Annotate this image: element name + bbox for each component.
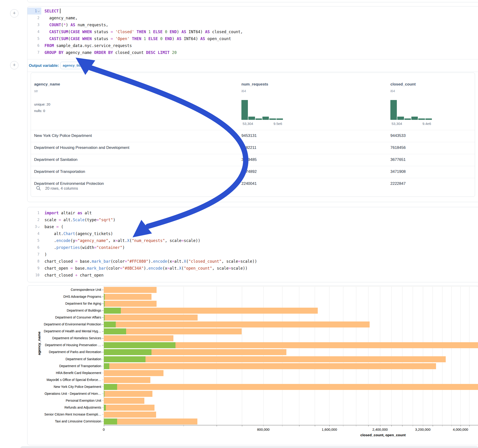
- column-header-closed-count[interactable]: closed_count: [390, 82, 416, 87]
- y-axis-tick: [102, 352, 104, 352]
- code-line[interactable]: 9chart_open = base.mark_bar(color="#8BC3…: [27, 265, 478, 272]
- chevron-down-icon[interactable]: [38, 10, 39, 12]
- code-line[interactable]: 1SELECT: [27, 8, 478, 14]
- line-number: 6: [27, 244, 41, 251]
- cell-num-requests: 9453131: [241, 133, 257, 138]
- code-line[interactable]: 3 COUNT(*) AS num_requests,: [27, 21, 478, 28]
- gridline: [216, 286, 217, 425]
- gridline: [356, 286, 356, 425]
- code-text: alt.Chart(agency_tickets): [41, 230, 478, 237]
- y-axis-label: Department of Sanitation: [29, 357, 101, 361]
- cell-num-requests: 3749485: [241, 157, 257, 162]
- y-axis-tick: [102, 345, 104, 345]
- histogram-min-label: 53,304: [391, 122, 402, 126]
- y-axis-label: Department of Environmental Protection: [29, 322, 101, 326]
- bar-open-count: [104, 301, 105, 307]
- histogram-max-label: 9.4e6: [422, 122, 431, 126]
- line-number: 7: [27, 49, 41, 56]
- y-axis-tick: [102, 380, 104, 380]
- y-axis-tick: [102, 304, 104, 304]
- histogram-bar: [390, 100, 397, 120]
- gridline: [263, 286, 264, 425]
- cell-divider: [27, 59, 478, 59]
- table-row[interactable]: Department of Transportation377489234719…: [31, 166, 475, 178]
- line-number: 6: [27, 42, 41, 49]
- code-line[interactable]: 8chart_closed = base.mark_bar(color="#FF…: [27, 258, 478, 265]
- gridline: [329, 286, 329, 425]
- bar-closed-count: [104, 287, 157, 293]
- y-axis-tick: [102, 297, 104, 297]
- output-variable-input[interactable]: agency_tickets: [60, 62, 89, 69]
- bar-open-count: [104, 391, 104, 397]
- cell-agency-name: Department of Transportation: [34, 169, 85, 174]
- table-row[interactable]: Department of Housing Preservation and D…: [31, 142, 475, 154]
- bar-closed-count: [104, 335, 173, 341]
- gridline: [391, 286, 391, 425]
- y-axis-label: Department of Transportation: [29, 364, 101, 368]
- code-line[interactable]: 1import altair as alt: [27, 210, 478, 216]
- bar-open-count: [104, 328, 126, 334]
- code-text: import altair as alt: [41, 210, 478, 216]
- code-line[interactable]: 10chart_closed + chart_open: [27, 272, 478, 279]
- bar-closed-count: [104, 315, 198, 321]
- gridline: [413, 286, 413, 425]
- code-text: CAST(SUM(CASE WHEN status = 'Closed' THE…: [41, 28, 478, 35]
- column-header-num-requests[interactable]: num_requests: [241, 82, 268, 87]
- x-axis-title: closed_count, open_count: [360, 433, 406, 437]
- code-text: base = (: [41, 223, 478, 230]
- table-row[interactable]: New York City Police Department945313194…: [31, 130, 475, 142]
- gridline: [299, 286, 299, 425]
- y-axis-label: Mayorâ€ s Office of Special Enforce…: [29, 378, 101, 382]
- column-header-agency-name[interactable]: agency_name: [34, 82, 60, 87]
- histogram-bar: [269, 118, 276, 120]
- code-line[interactable]: 4 CAST(SUM(CASE WHEN status = 'Closed' T…: [27, 28, 478, 35]
- code-line[interactable]: 5 CAST(SUM(CASE WHEN status = 'Open' THE…: [27, 35, 478, 42]
- sql-code-editor[interactable]: 1SELECT2 agency_name,3 COUNT(*) AS num_r…: [27, 8, 478, 56]
- code-line[interactable]: 6FROM sample_data.nyc.service_requests: [27, 42, 478, 49]
- search-icon[interactable]: [36, 186, 41, 191]
- line-number: 5: [27, 237, 41, 244]
- gridline: [452, 286, 452, 425]
- bar-open-count: [104, 322, 116, 328]
- y-axis-label: Senior Citizen Rent Increase Exempti…: [29, 412, 101, 416]
- gridline: [469, 286, 470, 425]
- gridline: [423, 286, 423, 425]
- code-line[interactable]: 2 agency_name,: [27, 14, 478, 21]
- bar-open-count: [104, 405, 106, 411]
- line-number: 10: [27, 272, 41, 279]
- code-line[interactable]: 4 alt.Chart(agency_tickets): [27, 230, 478, 237]
- code-line[interactable]: 6 .properties(width="container"): [27, 244, 478, 251]
- add-cell-button-middle[interactable]: +: [10, 61, 19, 69]
- y-axis-label: Taxi and Limousine Commission: [29, 419, 101, 423]
- chevron-down-icon[interactable]: [38, 226, 39, 227]
- table-row[interactable]: Department of Sanitation37494853677651: [31, 154, 475, 166]
- y-axis-label: Department of Buildings: [29, 309, 101, 312]
- x-axis-line: [104, 425, 478, 425]
- python-code-editor[interactable]: 1import altair as alt2scale = alt.Scale(…: [27, 210, 478, 279]
- column-stat-nulls: nulls: 0: [34, 109, 45, 113]
- y-axis-tick: [102, 366, 104, 367]
- cell-num-requests: 7782211: [241, 145, 256, 150]
- table-row[interactable]: Department of Environmental Protection22…: [31, 178, 475, 190]
- bar-closed-count: [104, 412, 156, 417]
- results-table: agency_name str unique: 20 nulls: 0 num_…: [31, 73, 475, 197]
- code-text: chart_open = base.mark_bar(color="#8BC34…: [41, 265, 478, 272]
- plot-top-border: [104, 286, 478, 287]
- y-axis-tick: [102, 311, 104, 311]
- code-text: COUNT(*) AS num_requests,: [41, 21, 478, 28]
- bar-closed-count: [104, 363, 436, 369]
- y-axis-label: Department for the Aging: [29, 302, 101, 305]
- code-line[interactable]: 5 .encode(y="agency_name", x=alt.X("num_…: [27, 237, 478, 244]
- code-line[interactable]: 3base = (: [27, 223, 478, 230]
- cell-divider: [27, 72, 478, 72]
- code-text: chart_closed + chart_open: [41, 272, 478, 279]
- add-cell-button-top[interactable]: +: [10, 9, 19, 18]
- column-type: i64: [241, 89, 246, 93]
- gridline: [315, 286, 315, 425]
- code-line[interactable]: 7GROUP BY agency_name ORDER BY closed_co…: [27, 49, 478, 56]
- code-line[interactable]: 2scale = alt.Scale(type="sqrt"): [27, 216, 478, 223]
- code-text: chart_closed = base.mark_bar(color="#FFC…: [41, 258, 478, 265]
- code-line[interactable]: 7): [27, 251, 478, 258]
- code-text: ): [41, 251, 478, 258]
- cell-closed-count: 7618456: [390, 145, 406, 150]
